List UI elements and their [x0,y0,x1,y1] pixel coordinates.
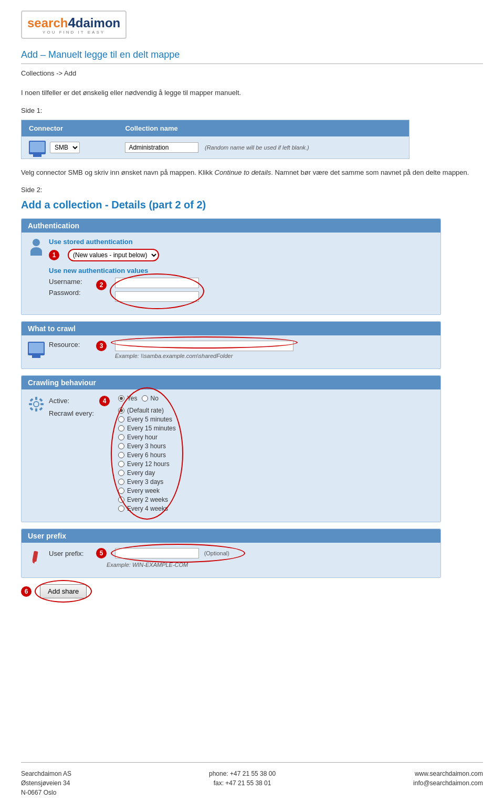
radio-hour [118,434,124,440]
resource-example: Example: \\samba.example.com\sharedFolde… [115,353,293,359]
radio-day [118,470,124,476]
intro-text: I noen tilfeller er det ønskelig eller n… [21,88,483,98]
badge-1: 1 [49,250,59,260]
recrawl-3days[interactable]: Every 3 days [118,478,176,486]
recrawl-hour[interactable]: Every hour [118,434,176,441]
crawl-monitor-icon [28,342,45,355]
svg-rect-2 [35,408,37,412]
behaviour-section: Crawling behaviour [21,375,441,522]
svg-rect-1 [35,397,37,400]
logo-box: search4daimon YOU FIND IT EASY [21,10,127,39]
radio-3hours [118,443,124,449]
logo-area: search4daimon YOU FIND IT EASY [21,10,483,39]
radio-6hours [118,452,124,458]
authentication-section: Authentication Use stored authentication… [21,218,441,315]
recrawl-3hours-label: Every 3 hours [127,442,166,450]
radio-week [118,488,124,494]
footer-company: Searchdaimon AS [21,770,71,777]
recrawl-12hours-label: Every 12 hours [127,460,170,468]
recrawl-12hours[interactable]: Every 12 hours [118,460,176,468]
recrawl-3hours[interactable]: Every 3 hours [118,442,176,450]
footer: Searchdaimon AS Østensjøveien 34 N-0667 … [21,762,483,796]
pen-icon [28,549,45,566]
gear-icon [28,396,45,413]
auth-stored-select[interactable]: (New values - input below) [68,249,159,261]
side2-heading: Add a collection - Details (part 2 of 2) [21,199,483,211]
footer-fax: fax: +47 21 55 38 01 [209,779,276,787]
badge-4: 4 [99,396,110,406]
side1-instruction: Velg connector SMB og skriv inn ønsket n… [21,167,483,178]
random-note: (Random name will be used if left blank.… [205,144,309,151]
prefix-label: User prefix: [49,550,91,557]
active-no[interactable]: No [142,395,159,402]
side2-label: Side 2: [21,186,483,194]
crawl-header: What to crawl [22,322,440,335]
badge-6: 6 [21,586,32,597]
side1-label: Side 1: [21,107,483,114]
radio-4weeks [118,505,124,512]
resource-label: Resource: [49,341,91,349]
svg-rect-6 [39,398,43,402]
behaviour-header: Crawling behaviour [22,376,440,389]
footer-col-3: www.searchdaimon.com info@searchdaimon.c… [413,770,483,796]
recrawl-15min[interactable]: Every 15 minutes [118,425,176,432]
badge-2: 2 [96,280,107,290]
recrawl-default[interactable]: (Default rate) [118,407,176,414]
footer-email: info@searchdaimon.com [413,779,483,787]
recrawl-4weeks-label: Every 4 weeks [127,505,168,512]
col-collection-name: Collection name [118,120,409,136]
radio-12hours [118,461,124,467]
recrawl-5min-label: Every 5 minutes [127,416,172,423]
radio-15min [118,425,124,431]
prefix-input[interactable] [115,548,199,558]
logo-search: search [27,16,68,30]
username-input[interactable] [115,278,199,288]
add-share-row: 6 Add share [21,584,483,598]
radio-no [142,395,148,402]
add-share-button[interactable]: Add share [40,584,87,598]
monitor-icon [29,141,46,154]
connector-select[interactable]: SMB [50,142,80,153]
recrawl-label: Recrawl every: [49,408,94,418]
logo-sub: YOU FIND IT EASY [27,30,120,35]
person-icon [28,239,45,258]
username-label: Username: [49,278,91,286]
prefix-header: User prefix [22,529,440,543]
active-no-label: No [151,395,159,402]
logo-daimon: daimon [76,16,120,30]
recrawl-2weeks[interactable]: Every 2 weeks [118,496,176,503]
resource-input[interactable] [115,341,293,351]
recrawl-2weeks-label: Every 2 weeks [127,496,168,503]
new-auth-label: Use new authentication values [49,267,434,275]
recrawl-hour-label: Every hour [127,434,158,441]
recrawl-15min-label: Every 15 minutes [127,425,176,432]
svg-rect-3 [29,403,32,405]
footer-address: Østensjøveien 34 [21,779,71,787]
collection-name-cell: (Random name will be used if left blank.… [118,136,409,159]
optional-label: (Optional) [204,550,229,556]
authentication-header: Authentication [22,219,440,233]
recrawl-6hours[interactable]: Every 6 hours [118,451,176,459]
svg-rect-7 [29,407,33,410]
recrawl-4weeks[interactable]: Every 4 weeks [118,505,176,512]
password-input[interactable] [115,291,199,302]
badge-5: 5 [96,548,107,558]
radio-2weeks [118,497,124,503]
recrawl-5min[interactable]: Every 5 minutes [118,416,176,423]
recrawl-week-label: Every week [127,487,160,494]
active-yes[interactable]: Yes [118,395,138,402]
footer-city: N-0667 Oslo [21,789,71,796]
stored-auth-label: Use stored authentication [49,238,434,246]
breadcrumb: Collections -> Add [21,69,483,77]
badge-3: 3 [96,341,107,351]
recrawl-default-label: (Default rate) [127,407,164,414]
crawl-section: What to crawl Resource: 3 Example: \\sam… [21,321,441,369]
recrawl-day[interactable]: Every day [118,469,176,477]
svg-rect-4 [40,403,44,405]
svg-rect-5 [29,398,33,402]
prefix-section: User prefix User prefix: 5 [21,529,441,578]
collection-name-input[interactable] [125,142,198,153]
logo-4: 4 [68,15,75,30]
recrawl-week[interactable]: Every week [118,487,176,494]
password-label: Password: [49,289,91,297]
